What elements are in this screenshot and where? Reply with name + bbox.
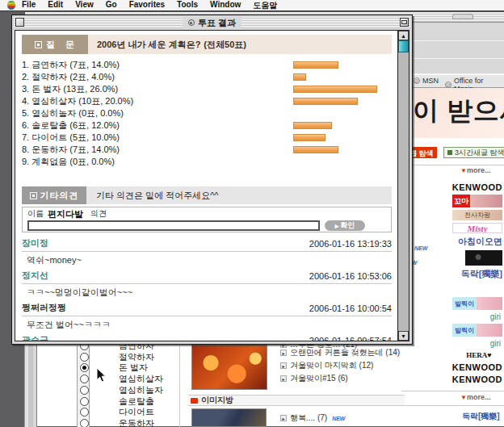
question-row: 질 문 2006년 내가 세운 계획은? (전체50표) (22, 35, 392, 54)
sidebar-ad-baljjik[interactable]: 발찍이 (452, 297, 502, 310)
board-item-text: 겨울맞이 마지막회 (12) (290, 360, 373, 371)
scroll-thumb[interactable] (398, 40, 409, 52)
sidebar-ad-sub-link[interactable]: giri (490, 312, 501, 321)
dialog-title-bar[interactable]: 투표 결과 (14, 17, 410, 28)
sidebar-ad-hera[interactable]: HERA♥ (456, 350, 502, 360)
new-badge: NEW (414, 245, 427, 251)
menu-item-Edit[interactable]: Edit (48, 0, 63, 11)
sidebar-more-link[interactable]: ▼more... (460, 166, 490, 174)
comment-text: ㅋㅋ~~멍멍이같이벌어~~~ (22, 287, 392, 299)
poll-radio-row: 열심히살자 (77, 374, 182, 384)
menu-item-Tools[interactable]: Tools (177, 0, 198, 11)
radio-button[interactable] (80, 408, 89, 417)
poll-result-list: 1. 금연하자 (7표, 14.0%)2. 절약하자 (2표, 4.0%)3. … (22, 59, 392, 168)
poll-result-row: 1. 금연하자 (7표, 14.0%) (22, 59, 392, 71)
comment-author[interactable]: 쩡쩌러정쩡 (22, 302, 66, 314)
scroll-up-button[interactable]: ▲ (398, 31, 409, 40)
submit-arrow-icon: ▸ (335, 222, 339, 230)
menu-item-Favorites[interactable]: Favorites (129, 0, 165, 11)
menu-item-File[interactable]: File (22, 0, 36, 11)
menu-item-Window[interactable]: Window (210, 0, 241, 11)
dialog-content: 질 문 2006년 내가 세운 계획은? (전체50표) 1. 금연하자 (7표… (15, 30, 410, 341)
menu-item-View[interactable]: View (75, 0, 94, 11)
board-item[interactable]: ▸겨울맞이 마지막회 (12) (280, 360, 373, 371)
favorites-item-MSN[interactable]: @MSN (414, 77, 439, 85)
scroll-down-button[interactable]: ▼ (398, 331, 409, 341)
sidebar-ad-ggoma[interactable]: 꼬마 (452, 195, 502, 207)
sidebar-ad-chunsa[interactable]: 천사차랑 (452, 210, 502, 220)
comment-list: 장미정2006-01-16 13:19:33역쉬~money~정지선2006-0… (22, 237, 392, 341)
opinion-header: 기타의견 기타 의견은 밑에 적어주세요^^ (22, 186, 392, 204)
square-bullet-icon (30, 192, 37, 199)
sidebar-ad-kenwood[interactable]: KENWOOD (452, 182, 502, 192)
image-room-item-text: 행복.... (7) (290, 412, 327, 424)
radio-button[interactable] (80, 386, 89, 395)
comment-author[interactable]: 장미정 (22, 237, 48, 249)
sidebar-ad-sub-link[interactable]: giri (490, 339, 501, 348)
question-total: (전체50표) (204, 39, 246, 51)
new-badge: NEW (332, 416, 345, 421)
mouse-cursor (96, 367, 107, 383)
lantern-photo[interactable] (191, 345, 267, 390)
opinion-input[interactable] (27, 220, 320, 231)
comment-header-row: 곽승균2006-01-16 09:57:54 (22, 334, 392, 341)
dialog-body: 질 문 2006년 내가 세운 계획은? (전체50표) 1. 금연하자 (7표… (15, 31, 397, 341)
comment-text: 무조건 벌어~~ㅋㅋㅋ (22, 319, 392, 331)
poll-result-row: 4. 열심히살자 (10표, 20.0%) (22, 95, 392, 107)
poll-result-text: 9. 계획없음 (0표, 0.0%) (22, 157, 115, 166)
sidebar-ads-top: KENWOOD꼬마천사차랑Misty아침이오면독락[獨樂] (436, 182, 502, 283)
image-room-photo[interactable] (191, 408, 267, 427)
comment-divider (22, 283, 392, 284)
name-label: 이름 (27, 208, 44, 220)
recent-posts-label: 3시간새글 탐색 (455, 148, 504, 158)
poll-radio-row: 운동하자 (77, 418, 182, 427)
poll-radio-row: 돈 벌자 (77, 362, 182, 373)
comment-author[interactable]: 정지선 (22, 270, 48, 282)
radio-button[interactable] (80, 353, 89, 362)
sidebar-ad-kenwood[interactable]: KENWOOD (452, 362, 502, 372)
poll-result-bar (293, 86, 377, 93)
zoom-box[interactable] (400, 18, 409, 27)
dialog-scrollbar[interactable]: ▲ ▼ (397, 31, 409, 341)
sidebar-more-link-2[interactable]: ▼more... (460, 393, 490, 401)
poll-result-row: 6. 솔로탈출 (6표, 12.0%) (22, 119, 392, 132)
poll-result-row: 5. 열심히놀자 (0표, 0.0%) (22, 107, 392, 119)
board-item-text: 겨울맞이#15 (6) (290, 373, 348, 384)
apple-menu-icon[interactable] (7, 1, 15, 10)
board-item[interactable]: ▸오랜만에 커튼을 젖혔는데 (14) (280, 347, 400, 358)
comment-date: 2006-01-16 13:19:33 (309, 239, 392, 249)
comment-author[interactable]: 곽승균 (22, 334, 48, 341)
menu-bar: FileEditViewGoFavoritesToolsWindow도움말 (0, 0, 504, 11)
list-bullet-icon: ▸ (280, 362, 287, 369)
close-box[interactable] (15, 18, 24, 27)
sidebar-ad-misty[interactable]: Misty (452, 223, 502, 233)
recent-posts-badge[interactable]: 3시간새글 탐색 (443, 147, 504, 158)
board-item[interactable]: ▸겨울맞이#15 (6) (280, 373, 348, 384)
image-room-item[interactable]: ▸ 행복.... (7) NEW (280, 412, 345, 424)
sidebar-ad-bluelink[interactable]: 독락[獨樂] (461, 268, 502, 280)
menu-item-도움말[interactable]: 도움말 (253, 0, 277, 11)
poll-result-bar (293, 146, 338, 153)
sidebar-ad-baljjik[interactable]: 발찍이 (452, 324, 502, 337)
sidebar-dokrak-link[interactable]: 독락[獨樂] (462, 411, 500, 422)
submit-button[interactable]: ▸ 확인 (325, 220, 365, 231)
radio-button[interactable] (80, 375, 89, 383)
poll-result-row: 8. 운동하자 (7표, 14.0%) (22, 144, 392, 156)
poll-radio-row: 절약하자 (77, 352, 182, 362)
sidebar-ad-camera[interactable] (465, 250, 502, 266)
poll-radio-row: 열심히놀자 (77, 385, 182, 396)
browser-title-widget (452, 14, 473, 19)
favorite-site-icon: @ (445, 82, 452, 88)
name-value: 편지다발 (48, 208, 83, 220)
opinion-label: 기타의견 (22, 186, 86, 204)
sidebar-ad-bluelink[interactable]: 아침이오면 (458, 236, 502, 248)
radio-button[interactable] (80, 419, 89, 427)
sidebar-ad-kenwood[interactable]: KENWOOD (452, 375, 502, 384)
radio-button[interactable] (80, 397, 89, 406)
green-square-icon (447, 150, 452, 155)
menu-item-Go[interactable]: Go (106, 0, 117, 11)
poll-radio-row: 다이어트 (77, 407, 182, 417)
radio-button-selected[interactable] (80, 363, 89, 372)
poll-result-row: 7. 다이어트 (5표, 10.0%) (22, 132, 392, 144)
poll-result-bar (293, 61, 338, 69)
